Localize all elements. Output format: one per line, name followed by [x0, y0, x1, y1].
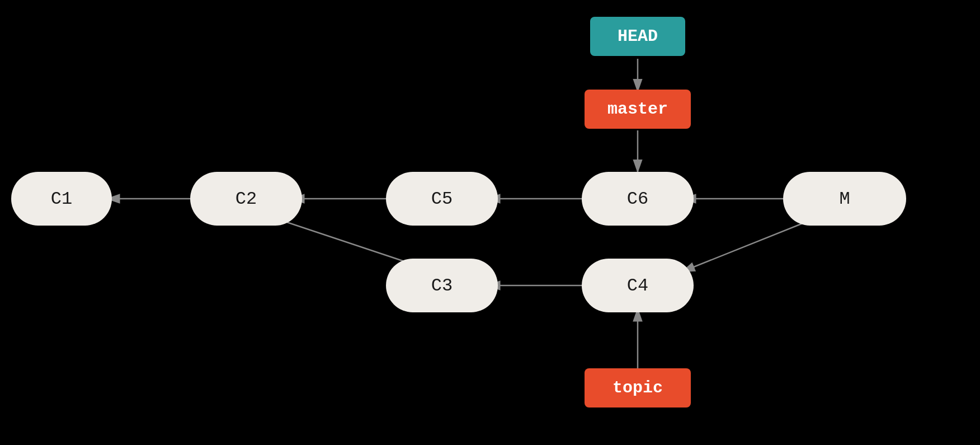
c2-label: C2 — [235, 189, 257, 209]
master-label: master — [607, 100, 668, 119]
c5-label: C5 — [431, 189, 453, 209]
c1-label: C1 — [51, 189, 72, 209]
c6-label: C6 — [627, 189, 648, 209]
m-label: M — [839, 189, 850, 209]
topic-label: topic — [613, 378, 663, 397]
head-label: HEAD — [618, 27, 658, 46]
c4-label: C4 — [627, 275, 648, 296]
c3-label: C3 — [431, 275, 453, 296]
